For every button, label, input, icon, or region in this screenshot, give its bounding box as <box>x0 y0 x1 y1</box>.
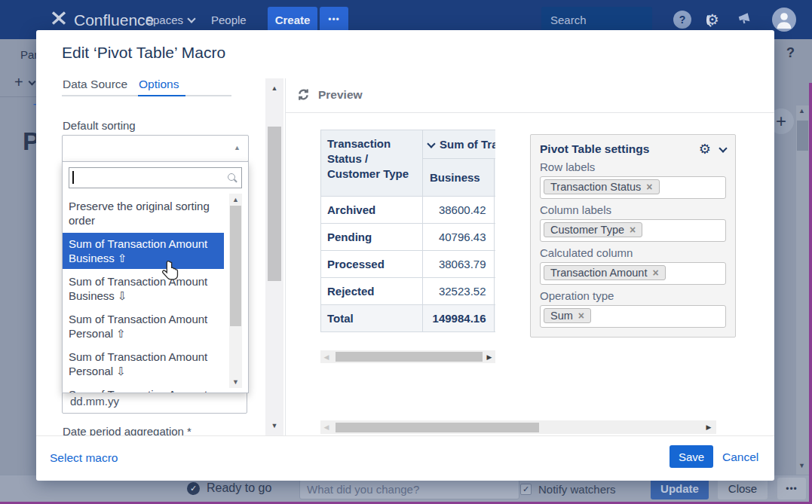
dropdown-option[interactable]: Sum of Transaction Amount <box>63 383 224 393</box>
ready-status: ✓ Ready to go <box>187 481 271 495</box>
scroll-left-icon[interactable]: ◀ <box>320 353 332 361</box>
dropdown-option[interactable]: Sum of Transaction Amount Business ⇩ <box>63 270 224 307</box>
gear-icon[interactable]: ⚙ <box>699 141 711 157</box>
help-button[interactable]: ? <box>673 11 691 29</box>
table-hscrollbar[interactable]: ◀ ▶ <box>320 350 495 363</box>
table-hscrollbar-thumb[interactable] <box>336 352 483 362</box>
tab-options[interactable]: Options <box>139 78 179 91</box>
check-circle-icon: ✓ <box>187 482 200 495</box>
column-header-personal: Personal <box>494 159 495 197</box>
preview-divider <box>286 112 774 113</box>
page-scrollbar-thumb[interactable] <box>797 121 808 151</box>
version-comment-input[interactable] <box>299 479 519 499</box>
dialog-title: Edit ‘Pivot Table’ Macro <box>62 44 225 62</box>
tab-active-underline <box>138 95 185 96</box>
plus-icon: + <box>14 74 23 91</box>
dropdown-search-field[interactable] <box>69 167 242 188</box>
notifications-button[interactable] <box>737 11 753 31</box>
dropdown-option[interactable]: Preserve the original sorting order <box>63 195 224 231</box>
preview-hscrollbar-thumb[interactable] <box>336 423 539 432</box>
close-button[interactable]: Close <box>718 478 768 499</box>
toolbar-insert-button[interactable]: + <box>14 74 35 91</box>
operation-type-label: Operation type <box>540 289 726 302</box>
scroll-right-icon[interactable]: ▶ <box>483 353 495 361</box>
chevron-down-icon[interactable] <box>719 144 727 152</box>
dropdown-option-list: Preserve the original sorting order Sum … <box>63 194 224 393</box>
options-panel-scrollbar[interactable]: ▲ ▼ <box>265 78 283 435</box>
scroll-down-icon[interactable]: ▼ <box>229 378 242 386</box>
save-button[interactable]: Save <box>670 445 713 468</box>
dropdown-option-selected[interactable]: Sum of Transaction Amount Business ⇧ <box>63 233 224 269</box>
chip-sum[interactable]: Sum × <box>544 308 591 323</box>
chevron-down-icon <box>427 139 435 148</box>
pivot-settings-panel: Pivot Table settings ⚙ Row labels Transa… <box>530 134 736 338</box>
operation-type-field[interactable]: Sum × <box>540 305 726 328</box>
column-header-business: Business <box>423 159 495 197</box>
calculated-column-field[interactable]: Transaction Amount × <box>540 262 726 285</box>
notify-watchers[interactable]: ✓ Notify watchers <box>520 483 616 496</box>
options-panel-scrollbar-thumb[interactable] <box>268 127 281 281</box>
dialog-footer: Select macro Save Cancel <box>36 435 774 481</box>
default-sorting-label: Default sorting <box>63 119 136 132</box>
checkbox-checked-icon[interactable]: ✓ <box>520 484 532 495</box>
table-row: Pending 40796.43 <box>321 224 496 251</box>
dropdown-scrollbar[interactable]: ▲ ▼ <box>229 194 242 388</box>
gear-icon: ⚙ <box>706 11 719 28</box>
megaphone-icon <box>737 11 753 28</box>
screen: Confluence Spaces People Create ••• ? ⚙ <box>0 0 812 504</box>
default-sorting-select[interactable]: ▲ <box>62 135 249 162</box>
page-scrollbar[interactable]: ▲ ▼ <box>796 105 809 475</box>
chip-customer-type[interactable]: Customer Type × <box>544 222 642 237</box>
row-labels-field[interactable]: Transaction Status × <box>540 176 726 199</box>
cancel-button[interactable]: Cancel <box>722 451 758 464</box>
brand-text: Confluence <box>74 11 154 29</box>
dropdown-option[interactable]: Sum of Transaction Amount Personal ⇧ <box>63 308 224 344</box>
tab-data-source[interactable]: Data Source <box>63 78 127 91</box>
scroll-up-icon[interactable]: ▲ <box>798 107 805 115</box>
refresh-icon[interactable] <box>296 87 311 102</box>
remove-icon[interactable]: × <box>652 267 658 279</box>
scroll-up-icon[interactable]: ▲ <box>229 196 242 203</box>
remove-icon[interactable]: × <box>646 181 652 193</box>
editor-border-right <box>809 83 812 502</box>
nav-people[interactable]: People <box>211 14 247 26</box>
column-labels-field[interactable]: Customer Type × <box>540 219 726 242</box>
chip-transaction-status[interactable]: Transaction Status × <box>544 179 660 194</box>
calculated-column-label: Calculated column <box>540 246 726 259</box>
chip-transaction-amount[interactable]: Transaction Amount × <box>544 265 666 280</box>
editor-help-button[interactable]: ? <box>786 45 795 61</box>
global-search[interactable] <box>541 7 652 32</box>
table-row: Archived 38600.42 <box>321 197 496 224</box>
update-button[interactable]: Update <box>651 478 709 499</box>
table-row: Processed 38063.79 <box>321 251 496 278</box>
preview-hscrollbar[interactable]: ◀ ▶ <box>320 420 716 434</box>
edit-macro-dialog: Edit ‘Pivot Table’ Macro Data Source Opt… <box>36 30 774 480</box>
user-avatar[interactable] <box>772 8 796 32</box>
scroll-up-icon[interactable]: ▲ <box>265 84 283 92</box>
toolbar-divider <box>0 96 36 97</box>
confluence-brand[interactable]: Confluence <box>50 9 154 31</box>
scroll-down-icon[interactable]: ▼ <box>265 422 283 429</box>
pivot-table-viewport: Transaction Status / Customer Type Sum o… <box>320 130 495 332</box>
collapse-arrow-icon: ▲ <box>234 144 241 151</box>
row-labels-label: Row labels <box>540 160 726 173</box>
select-macro-link[interactable]: Select macro <box>50 451 118 465</box>
panel-divider <box>285 78 286 435</box>
create-button[interactable]: Create <box>268 7 317 32</box>
admin-settings-button[interactable]: ⚙ <box>706 11 719 29</box>
create-more-button[interactable]: ••• <box>320 7 348 32</box>
scroll-right-icon[interactable]: ▶ <box>703 423 715 431</box>
footer-more-button[interactable]: ••• <box>777 478 806 499</box>
nav-spaces[interactable]: Spaces <box>146 14 195 26</box>
plus-icon: + <box>776 111 786 132</box>
scroll-left-icon[interactable]: ◀ <box>320 423 332 431</box>
text-caret <box>72 171 74 184</box>
scroll-down-icon[interactable]: ▼ <box>798 462 805 469</box>
search-icon <box>228 173 235 181</box>
confluence-logo-icon <box>50 9 68 31</box>
dropdown-option[interactable]: Sum of Transaction Amount Personal ⇩ <box>63 346 224 382</box>
dropdown-scrollbar-thumb[interactable] <box>230 206 241 326</box>
remove-icon[interactable]: × <box>578 310 584 322</box>
table-group-header[interactable]: Sum of Transaction Amount <box>423 130 496 159</box>
remove-icon[interactable]: × <box>630 224 636 236</box>
